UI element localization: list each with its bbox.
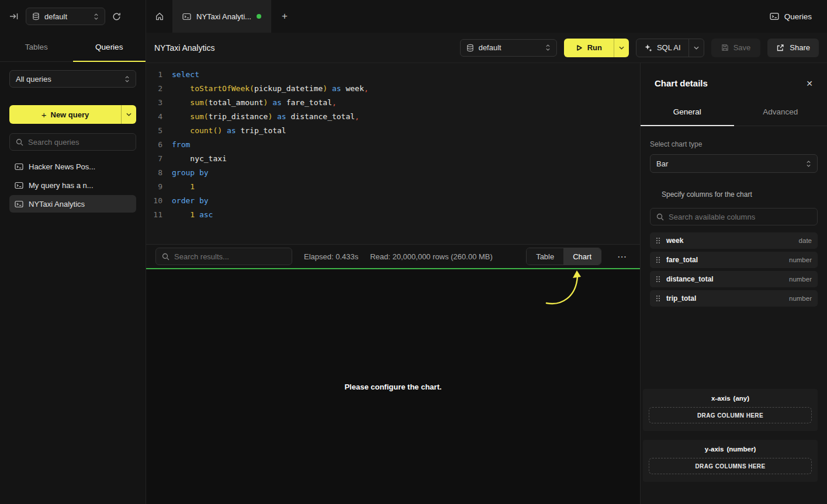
drag-handle-icon[interactable] [656,256,660,263]
sidebar-body: All queries + New query [0,62,146,213]
x-axis-card: x-axis(any) DRAG COLUMN HERE [643,389,818,431]
sql-ai-options-button[interactable] [688,39,704,57]
column-row[interactable]: distance_total number [650,271,818,287]
sql-ai-button-group: SQL AI [636,39,704,57]
run-database-value: default [479,43,541,52]
share-button[interactable]: Share [767,39,819,57]
search-icon [16,138,23,146]
column-list: week date fare_total number [650,232,818,307]
chart-area: Please configure the chart. [146,268,640,504]
save-button[interactable]: Save [711,39,761,57]
column-type: number [789,256,812,263]
page-title: NYTaxi Analytics [154,43,214,53]
more-options-button[interactable]: ⋯ [613,251,631,262]
chart-type-dropdown[interactable]: Bar [650,154,818,173]
y-axis-card: y-axis(number) DRAG COLUMNS HERE [643,440,818,482]
refresh-icon [112,12,121,21]
chart-view-button[interactable]: Chart [563,248,601,265]
save-button-label: Save [733,43,751,52]
sidebar-tabs: Tables Queries [0,33,146,62]
main-header: NYTaxi Analytics default Run [146,33,827,63]
results-search-box [155,248,292,265]
elapsed-time: Elapsed: 0.433s [304,252,358,261]
results-search-input[interactable] [174,252,286,261]
sidebar-tab-tables[interactable]: Tables [0,33,73,61]
rows-read: Read: 20,000,000 rows (260.00 MB) [370,252,493,261]
column-type: number [789,276,812,283]
refresh-button[interactable] [112,12,121,21]
home-icon [155,12,164,21]
column-type: number [789,295,812,302]
chart-details-body: Select chart type Bar Specify columns fo… [641,126,827,307]
query-icon [15,162,23,171]
tab-advanced[interactable]: Advanced [734,99,827,126]
save-icon [721,44,729,51]
tab-label: NYTaxi Analyti... [196,12,251,21]
query-filter-value: All queries [16,75,120,84]
topbar-left: default [0,0,146,33]
run-button-label: Run [587,43,602,52]
column-type: date [799,237,812,244]
sql-ai-button[interactable]: SQL AI [636,39,688,57]
sidebar-tab-queries[interactable]: Queries [73,33,146,61]
drag-handle-icon[interactable] [656,276,660,283]
y-axis-dropzone[interactable]: DRAG COLUMNS HERE [649,458,812,474]
columns-section-label: Specify columns for the chart [662,190,818,199]
column-row[interactable]: week date [650,232,818,249]
chart-details-panel: Chart details ✕ General Advanced Select … [640,63,827,504]
y-axis-label: y-axis(number) [649,446,812,453]
chart-placeholder-text: Please configure the chart. [146,383,640,391]
x-axis-label: x-axis(any) [649,395,812,402]
topbar-database-selector[interactable]: default [26,8,105,25]
tab-general[interactable]: General [641,99,734,126]
column-row[interactable]: trip_total number [650,290,818,307]
chevron-updown-icon [806,160,811,168]
sql-editor[interactable]: 1234567891011 select toStartOfWeek(picku… [146,63,640,244]
column-name: fare_total [666,256,698,264]
chevron-down-icon [619,46,624,50]
drag-handle-icon[interactable] [656,237,660,244]
queries-button[interactable]: Queries [770,0,827,33]
new-query-label: New query [51,110,89,119]
unsaved-dot-icon [257,14,261,19]
chart-type-value: Bar [656,159,801,168]
columns-search-box [650,208,818,225]
editor-code: select toStartOfWeek(pickup_datetime) as… [162,68,369,244]
query-list-item[interactable]: Hacker News Pos... [9,158,136,175]
close-panel-button[interactable]: ✕ [806,79,813,88]
query-filter-dropdown[interactable]: All queries [9,70,136,88]
tab-nytaxi-analytics[interactable]: NYTaxi Analyti... [173,0,271,33]
tab-home[interactable] [146,0,173,33]
new-query-button[interactable]: + New query [9,105,121,124]
chevron-down-icon [126,113,132,116]
table-view-button[interactable]: Table [527,248,563,265]
columns-search-input[interactable] [669,213,811,221]
query-search-input[interactable] [28,138,130,147]
sidebar: Tables Queries All queries + New query [0,33,146,504]
query-list-item[interactable]: NYTaxi Analytics [9,195,136,213]
ellipsis-icon: ⋯ [617,252,627,262]
x-axis-dropzone[interactable]: DRAG COLUMN HERE [649,407,812,423]
results-toolbar: Elapsed: 0.433s Read: 20,000,000 rows (2… [146,244,640,268]
queries-icon [770,12,779,21]
new-query-options-button[interactable] [121,105,136,124]
editor-gutter: 1234567891011 [146,68,162,244]
drag-handle-icon[interactable] [656,295,660,302]
new-tab-button[interactable]: + [271,0,298,33]
column-row[interactable]: fare_total number [650,252,818,268]
query-list-item[interactable]: My query has a n... [9,176,136,194]
sql-ai-label: SQL AI [657,43,681,52]
play-icon [576,44,583,51]
database-icon [466,44,474,52]
app-root: default NYTaxi Analyti. [0,0,827,504]
run-button[interactable]: Run [564,39,614,57]
chevron-down-icon [694,46,699,50]
query-icon [182,12,191,21]
query-item-label: Hacker News Pos... [29,162,95,171]
chart-details-tabs: General Advanced [641,99,827,126]
query-icon [15,181,23,190]
run-database-selector[interactable]: default [460,39,557,57]
run-options-button[interactable] [614,39,629,57]
collapse-sidebar-button[interactable] [9,12,19,20]
database-icon [32,12,40,20]
